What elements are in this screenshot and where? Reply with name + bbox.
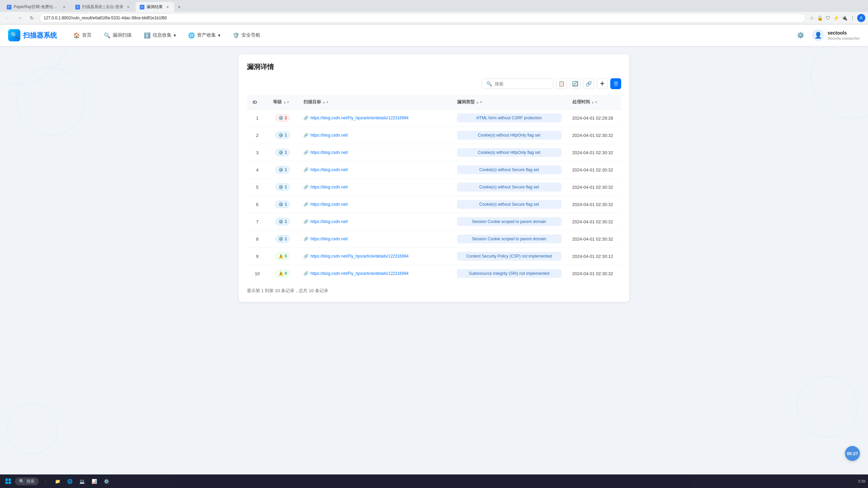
url-link[interactable]: 🔗 https://blog.csdn.net/ (303, 133, 446, 138)
tab-label: 扫描器系统 | 后台-登录 (82, 4, 123, 10)
table-row[interactable]: 5 ⚙️ 1 🔗 https://blog.csdn.net/ Cookie(s… (247, 179, 621, 196)
taskbar-app-0[interactable]: 🖥 (40, 476, 51, 487)
table-row[interactable]: 10 ⚠️ 0 🔗 https://blog.csdn.net/Fly_hps/… (247, 265, 621, 282)
tab-close-button[interactable]: ✕ (165, 4, 170, 10)
table-row[interactable]: 3 ⚙️ 1 🔗 https://blog.csdn.net/ Cookie(s… (247, 144, 621, 161)
nav-item-安全导航[interactable]: 🛡️ 安全导航 (227, 29, 266, 41)
reload-button[interactable]: ↻ (27, 13, 37, 23)
extension-icon-3[interactable]: ⚡ (833, 15, 840, 21)
url-link[interactable]: 🔗 https://blog.csdn.net/ (303, 167, 446, 172)
nav-label: 信息收集 (153, 32, 172, 38)
url-link[interactable]: 🔗 https://blog.csdn.net/Fly_hps/article/… (303, 254, 446, 259)
bookmark-icon[interactable]: ☆ (808, 15, 815, 21)
browser-tab-3[interactable]: C 漏洞结果 ✕ (136, 2, 174, 12)
tab-close-button[interactable]: ✕ (62, 4, 66, 10)
link-icon: 🔗 (303, 219, 309, 224)
forward-button[interactable]: → (15, 13, 24, 23)
browser-chrome: P PaperRay官网-免费论文检测... ✕ S 扫描器系统 | 后台-登录… (0, 0, 868, 24)
back-button[interactable]: ← (3, 13, 12, 23)
main-content: 漏洞详情 🔍 📋 🔄 🔗 ✚ ☰ ID (231, 46, 637, 310)
svg-rect-0 (5, 479, 8, 481)
more-button[interactable]: ⋮ (849, 15, 856, 21)
link-icon: 🔗 (303, 150, 309, 155)
extension-icon-1[interactable]: 🔒 (816, 15, 823, 21)
table-row[interactable]: 6 ⚙️ 1 🔗 https://blog.csdn.net/ Cookie(s… (247, 196, 621, 213)
taskbar-start[interactable] (3, 476, 14, 487)
taskbar-app-1[interactable]: 📁 (52, 476, 63, 487)
table-row[interactable]: 8 ⚙️ 1 🔗 https://blog.csdn.net/ Session … (247, 230, 621, 248)
nav-item-资产收集[interactable]: 🌐 资产收集 ▾ (183, 29, 226, 41)
table-row[interactable]: 7 ⚙️ 1 🔗 https://blog.csdn.net/ Session … (247, 213, 621, 230)
page-title: 漏洞详情 (247, 62, 621, 72)
taskbar-search[interactable]: 🔍 搜索 (15, 477, 39, 485)
profile-button[interactable]: A (857, 14, 865, 22)
vuln-type-badge: Cookie(s) without HttpOnly flag set (457, 131, 561, 140)
cell-severity: ⚙️ 1 (268, 196, 298, 213)
view-button[interactable]: ☰ (610, 78, 621, 89)
url-link[interactable]: 🔗 https://blog.csdn.net/ (303, 202, 446, 207)
nav-item-首页[interactable]: 🏠 首页 (68, 29, 97, 41)
vuln-type-badge: Session Cookie scoped to parent domain (457, 217, 561, 226)
bg-circle-2 (17, 68, 85, 136)
url-link[interactable]: 🔗 https://blog.csdn.net/Fly_hps/article/… (303, 271, 446, 276)
link-button[interactable]: 🔗 (583, 78, 594, 89)
search-box: 🔍 (482, 79, 553, 89)
taskbar-app-2[interactable]: 🌐 (64, 476, 75, 487)
gear-icon: ⚙️ (278, 150, 283, 155)
nav-item-信息收集[interactable]: ℹ️ 信息收集 ▾ (138, 29, 181, 41)
taskbar-search-label: 搜索 (26, 479, 35, 484)
table-row[interactable]: 2 ⚙️ 1 🔗 https://blog.csdn.net/ Cookie(s… (247, 127, 621, 144)
float-button[interactable]: 00:27 (845, 446, 860, 461)
vuln-type-badge: Cookie(s) without Secure flag set (457, 200, 561, 209)
url-bar[interactable] (39, 13, 806, 23)
cell-severity: ⚠️ 0 (268, 248, 298, 265)
link-icon: 🔗 (303, 202, 309, 207)
url-link[interactable]: 🔗 https://blog.csdn.net/ (303, 219, 446, 224)
cell-vuln-type: Cookie(s) without HttpOnly flag set (452, 144, 567, 161)
gear-icon: ⚙️ (278, 167, 283, 172)
browser-tab-2[interactable]: S 扫描器系统 | 后台-登录 ✕ (71, 2, 135, 12)
vuln-type-badge: Content Security Policy (CSP) not implem… (457, 252, 561, 261)
extension-icon-4[interactable]: 🔌 (841, 15, 848, 21)
search-input[interactable] (495, 81, 549, 86)
severity-badge: ⚙️ 1 (275, 218, 290, 225)
url-link[interactable]: 🔗 https://blog.csdn.net/ (303, 237, 446, 241)
cell-time: 2024-04-01 02:30:32 (567, 265, 621, 282)
cell-vuln-type: Cookie(s) without Secure flag set (452, 179, 567, 196)
url-link[interactable]: 🔗 https://blog.csdn.net/ (303, 150, 446, 155)
taskbar-app-4[interactable]: 📊 (89, 476, 100, 487)
cell-severity: ⚙️ 1 (268, 161, 298, 179)
severity-badge: ⚙️ 1 (275, 201, 290, 208)
cell-url: 🔗 https://blog.csdn.net/ (298, 230, 452, 248)
table-header: ID 等级 ▲▼ 扫描目标 ▲▼ (247, 95, 621, 109)
cell-time: 2024-04-01 02:30:32 (567, 230, 621, 248)
browser-tab-1[interactable]: P PaperRay官网-免费论文检测... ✕ (3, 2, 71, 12)
table-row[interactable]: 4 ⚙️ 1 🔗 https://blog.csdn.net/ Cookie(s… (247, 161, 621, 179)
table-body: 1 ⚙️ 2 🔗 https://blog.csdn.net/Fly_hps/a… (247, 109, 621, 282)
url-link[interactable]: 🔗 https://blog.csdn.net/Fly_hps/article/… (303, 116, 446, 120)
vuln-type-badge: Session Cookie scoped to parent domain (457, 235, 561, 243)
cell-id: 4 (247, 161, 268, 179)
vuln-type-badge: Cookie(s) without Secure flag set (457, 165, 561, 174)
taskbar-app-5[interactable]: ⚙️ (101, 476, 112, 487)
extension-icon-2[interactable]: 🛡 (825, 15, 831, 21)
new-tab-button[interactable]: + (175, 3, 183, 12)
col-header-time: 处理时间 ▲▼ (567, 95, 621, 109)
taskbar-app-3[interactable]: 💻 (77, 476, 87, 487)
cell-url: 🔗 https://blog.csdn.net/ (298, 213, 452, 230)
refresh-button[interactable]: 🔄 (570, 78, 580, 89)
settings-button[interactable]: ⚙️ (794, 29, 807, 41)
cell-time: 2024-04-01 02:29:28 (567, 109, 621, 127)
tab-close-button[interactable]: ✕ (125, 4, 131, 10)
copy-button[interactable]: 📋 (556, 78, 567, 89)
url-text: https://blog.csdn.net/Fly_hps/article/de… (311, 254, 409, 259)
table-row[interactable]: 1 ⚙️ 2 🔗 https://blog.csdn.net/Fly_hps/a… (247, 109, 621, 127)
svg-rect-1 (8, 479, 11, 481)
url-link[interactable]: 🔗 https://blog.csdn.net/ (303, 185, 446, 189)
nav-item-漏洞扫描[interactable]: 🔍 漏洞扫描 (98, 29, 137, 41)
link-icon: 🔗 (303, 116, 309, 120)
add-button[interactable]: ✚ (597, 78, 608, 89)
vuln-type-badge: HTML form without CSRF protection (457, 114, 561, 122)
table-row[interactable]: 9 ⚠️ 0 🔗 https://blog.csdn.net/Fly_hps/a… (247, 248, 621, 265)
tab-label: 漏洞结果 (146, 4, 163, 10)
